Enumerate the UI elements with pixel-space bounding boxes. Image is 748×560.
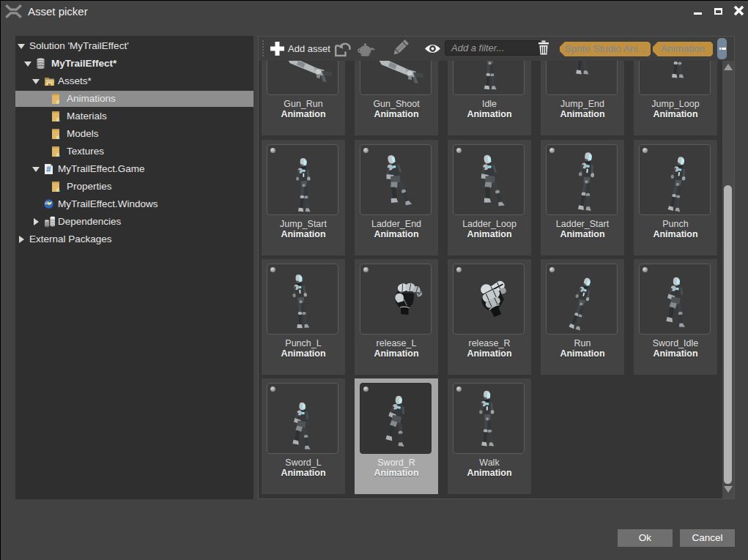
svg-text:#: # [46,165,51,173]
